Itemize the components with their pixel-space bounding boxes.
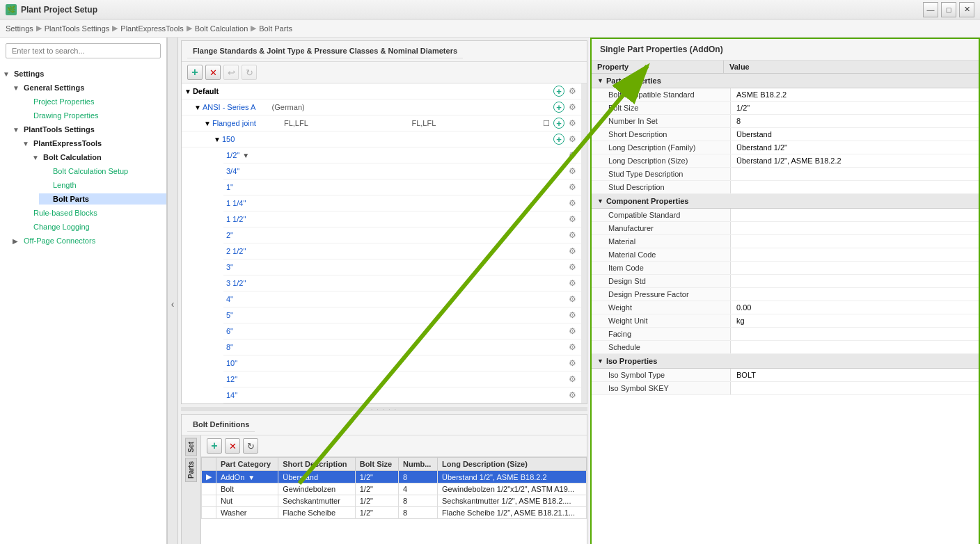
prop-val[interactable] xyxy=(731,181,979,193)
flange-row-3-1-2[interactable]: 3 1/2" ⚙ xyxy=(223,275,581,291)
flange-row-3-4[interactable]: 3/4" ⚙ xyxy=(223,163,581,179)
settings-icon[interactable]: ⚙ xyxy=(566,293,578,305)
breadcrumb-plantexpress[interactable]: PlantExpressTools xyxy=(120,24,184,33)
prop-val[interactable]: Überstand 1/2" xyxy=(731,141,979,154)
settings-icon[interactable]: ⚙ xyxy=(566,389,578,401)
minimize-button[interactable]: — xyxy=(923,2,938,17)
settings-icon[interactable]: ⚙ xyxy=(566,309,578,321)
settings-icon[interactable]: ⚙ xyxy=(566,261,578,273)
prop-val[interactable] xyxy=(731,288,979,301)
prop-val[interactable] xyxy=(731,248,979,261)
settings-icon[interactable]: ⚙ xyxy=(566,117,578,129)
prop-val[interactable] xyxy=(731,262,979,274)
section-collapse-icon[interactable]: ▼ xyxy=(597,198,603,205)
sidebar-item-project-properties[interactable]: Project Properties xyxy=(0,95,166,109)
add-row-button[interactable]: + xyxy=(553,118,564,129)
sidebar-item-rule-blocks[interactable]: Rule-based Blocks xyxy=(0,206,166,220)
sidebar-item-settings[interactable]: ▼ Settings xyxy=(0,67,166,81)
prop-val[interactable]: 0.00 xyxy=(731,301,979,314)
flange-row-ansi[interactable]: ▼ ANSI - Series A (German) + ⚙ xyxy=(182,99,581,115)
settings-icon[interactable]: ⚙ xyxy=(566,229,578,241)
sidebar-item-general-settings[interactable]: ▼ General Settings xyxy=(0,81,166,95)
search-input[interactable] xyxy=(6,43,161,58)
settings-icon[interactable]: ⚙ xyxy=(566,277,578,289)
bolt-remove-button[interactable]: ✕ xyxy=(225,438,240,454)
sidebar-item-change-logging[interactable]: Change Logging xyxy=(0,220,166,234)
flange-row-6[interactable]: 6" ⚙ xyxy=(223,323,581,339)
prop-val[interactable]: Überstand xyxy=(731,128,979,141)
prop-val[interactable] xyxy=(731,235,979,248)
prop-val[interactable]: BOLT xyxy=(731,369,979,381)
prop-val[interactable]: kg xyxy=(731,314,979,327)
flange-row-2-1-2[interactable]: 2 1/2" ⚙ xyxy=(223,243,581,259)
flange-row-1[interactable]: 1" ⚙ xyxy=(223,179,581,195)
table-row[interactable]: Nut Sechskantmutter 1/2" 8 Sechskantmutt… xyxy=(202,495,587,507)
add-row-button[interactable]: + xyxy=(553,86,564,97)
bolt-add-button[interactable]: + xyxy=(207,438,222,454)
settings-icon[interactable]: ⚙ xyxy=(566,357,578,369)
settings-icon[interactable]: ⚙ xyxy=(566,245,578,257)
flange-row-2[interactable]: 2" ⚙ xyxy=(223,227,581,243)
table-row[interactable]: Bolt Gewindebolzen 1/2" 4 Gewindebolzen … xyxy=(202,483,587,495)
settings-icon[interactable]: ⚙ xyxy=(566,165,578,177)
add-button[interactable]: + xyxy=(187,65,203,80)
breadcrumb-bolt-calc[interactable]: Bolt Calculation xyxy=(195,24,248,33)
flange-row-flanged[interactable]: ▼ Flanged joint FL,LFL FL,LFL ☐ + ⚙ xyxy=(182,115,581,131)
settings-icon[interactable]: ⚙ xyxy=(566,197,578,209)
sidebar-item-drawing-properties[interactable]: Drawing Properties xyxy=(0,109,166,122)
settings-icon[interactable]: ⚙ xyxy=(566,133,578,145)
sidebar-item-off-page[interactable]: ▶ Off-Page Connectors xyxy=(0,234,166,248)
section-collapse-icon[interactable]: ▼ xyxy=(597,358,603,365)
tab-set[interactable]: Set xyxy=(185,438,197,456)
breadcrumb-bolt-parts[interactable]: Bolt Parts xyxy=(259,24,292,33)
prop-val[interactable] xyxy=(731,328,979,340)
flange-row-8[interactable]: 8" ⚙ xyxy=(223,339,581,355)
sidebar-item-bolt-calc[interactable]: ▼ Bolt Calculation xyxy=(0,150,166,164)
prop-val[interactable]: ASME B18.2.2 xyxy=(731,88,979,101)
flange-row-3[interactable]: 3" ⚙ xyxy=(223,259,581,275)
settings-icon[interactable]: ⚙ xyxy=(566,325,578,337)
prop-val[interactable] xyxy=(731,209,979,221)
settings-icon[interactable]: ⚙ xyxy=(566,373,578,385)
sidebar-item-bolt-calc-setup[interactable]: Bolt Calculation Setup xyxy=(0,164,166,178)
bolt-refresh-button[interactable]: ↻ xyxy=(243,438,258,454)
collapse-toggle[interactable]: ‹ xyxy=(167,38,178,544)
maximize-button[interactable]: □ xyxy=(941,2,956,17)
add-row-button[interactable]: + xyxy=(553,102,564,113)
tab-parts[interactable]: Parts xyxy=(185,458,197,482)
prop-val[interactable] xyxy=(731,382,979,394)
flange-row-1-1-2[interactable]: 1 1/2" ⚙ xyxy=(223,211,581,227)
table-row[interactable]: Washer Flache Scheibe 1/2" 8 Flache Sche… xyxy=(202,507,587,519)
scrollbar[interactable] xyxy=(581,83,587,403)
prop-val[interactable]: Überstand 1/2", ASME B18.2.2 xyxy=(731,154,979,167)
breadcrumb-planttools[interactable]: PlantTools Settings xyxy=(45,24,110,33)
sidebar-item-plantexpress[interactable]: ▼ PlantExpressTools xyxy=(0,136,166,150)
prop-val[interactable]: 1/2" xyxy=(731,102,979,114)
breadcrumb-settings[interactable]: Settings xyxy=(6,24,33,33)
flange-row-5[interactable]: 5" ⚙ xyxy=(223,307,581,323)
flange-row-half[interactable]: 1/2" ▼ ⚙ xyxy=(223,147,581,163)
prop-val[interactable]: 8 xyxy=(731,115,979,127)
settings-icon[interactable]: ⚙ xyxy=(566,213,578,225)
sidebar-item-bolt-parts[interactable]: Bolt Parts xyxy=(0,192,166,206)
flange-row-default[interactable]: ▼ Default + ⚙ xyxy=(182,83,581,99)
flange-row-12[interactable]: 12" ⚙ xyxy=(223,371,581,387)
close-button[interactable]: ✕ xyxy=(959,2,974,17)
settings-icon[interactable]: ⚙ xyxy=(566,149,578,161)
flange-row-150[interactable]: ▼ 150 + ⚙ xyxy=(182,131,581,147)
flange-row-4[interactable]: 4" ⚙ xyxy=(223,291,581,307)
settings-icon[interactable]: ⚙ xyxy=(566,181,578,193)
prop-val[interactable] xyxy=(731,275,979,287)
prop-val[interactable] xyxy=(731,168,979,180)
prop-val[interactable] xyxy=(731,222,979,234)
flange-row-1-1-4[interactable]: 1 1/4" ⚙ xyxy=(223,195,581,211)
sidebar-item-length[interactable]: Length xyxy=(0,178,166,192)
add-row-button[interactable]: + xyxy=(553,134,564,145)
table-row[interactable]: ▶ AddOn ▼ Überstand 1/2" 8 Überstand 1/2… xyxy=(202,471,587,483)
prop-val[interactable] xyxy=(731,341,979,353)
flange-row-10[interactable]: 10" ⚙ xyxy=(223,355,581,371)
flange-row-14[interactable]: 14" ⚙ xyxy=(223,387,581,403)
settings-icon[interactable]: ⚙ xyxy=(566,101,578,113)
panel-separator[interactable]: · · · · · xyxy=(181,407,587,411)
sidebar-item-planttools[interactable]: ▼ PlantTools Settings xyxy=(0,122,166,136)
